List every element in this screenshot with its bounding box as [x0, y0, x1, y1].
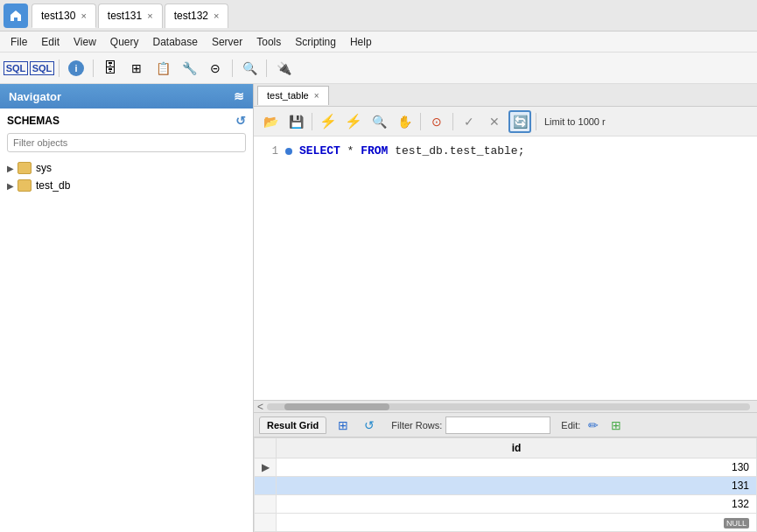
magnify-icon: 🔍 — [372, 115, 387, 129]
menu-tools[interactable]: Tools — [249, 34, 288, 50]
stop-btn[interactable]: ✋ — [393, 110, 416, 133]
content-area: test_table × 📂 💾 ⚡ ⚡ 🔍 ✋ — [254, 84, 757, 532]
data-grid: id ▶ 130 131 132 — [254, 438, 757, 532]
sql-from: FROM — [361, 142, 388, 161]
rollback-btn[interactable]: ✕ — [483, 110, 506, 133]
hand-icon: ✋ — [397, 115, 412, 129]
execute-btn[interactable]: ⚡ — [317, 110, 340, 133]
h-scrollbar-track[interactable] — [267, 403, 750, 410]
navigator-panel: Navigator ≋ SCHEMAS ↺ ▶ sys ▶ test_db — [0, 84, 254, 532]
folder-icon: 📂 — [263, 115, 278, 129]
navigator-title: Navigator — [9, 90, 61, 103]
col-id-header[interactable]: id — [277, 438, 757, 458]
h-scrollbar-area: < — [254, 400, 757, 412]
toolbar-sql1[interactable]: SQL — [4, 56, 28, 80]
result-tab-bar: Result Grid ⊞ ↺ Filter Rows: Edit: ✏ ⊞ — [254, 413, 757, 438]
toolbar-magnify[interactable]: 🔍 — [237, 56, 262, 80]
result-panel: Result Grid ⊞ ↺ Filter Rows: Edit: ✏ ⊞ — [254, 412, 757, 532]
tab-test130[interactable]: test130 × — [32, 4, 96, 28]
home-button[interactable] — [4, 4, 28, 28]
toolbar-db1[interactable]: 🗄 — [98, 56, 123, 80]
menu-edit[interactable]: Edit — [34, 34, 67, 50]
filter-box — [7, 133, 246, 152]
sql-table: test_db.test_table; — [388, 142, 524, 161]
explain-btn[interactable]: 🔍 — [368, 110, 390, 133]
tab-test131[interactable]: test131 × — [98, 4, 163, 28]
toolbar-info[interactable]: i — [64, 56, 88, 80]
query-tab-test-table[interactable]: test_table × — [257, 86, 329, 105]
filter-input[interactable] — [7, 133, 246, 152]
tab-close-test130[interactable]: × — [81, 10, 86, 21]
table-row[interactable]: ▶ 130 — [255, 458, 757, 477]
refresh-schemas-icon[interactable]: ↺ — [235, 114, 246, 128]
edit-grid-icon: ⊞ — [611, 418, 621, 432]
menu-server[interactable]: Server — [205, 34, 249, 50]
lightning-icon: ⚡ — [319, 113, 337, 130]
q-sep2 — [420, 113, 421, 130]
commit-btn[interactable]: ✓ — [458, 110, 480, 133]
tab-close-test132[interactable]: × — [214, 10, 219, 21]
menu-file[interactable]: File — [4, 34, 34, 50]
editor-area[interactable]: 1 SELECT * FROM test_db.test_table; — [254, 136, 757, 400]
q-sep4 — [536, 113, 536, 130]
lightning2-icon: ⚡ — [345, 113, 362, 130]
toolbar-db4[interactable]: 🔧 — [177, 56, 201, 80]
db-icon-sys — [18, 162, 32, 174]
schema-list: ▶ sys ▶ test_db — [0, 156, 253, 532]
q-sep3 — [452, 113, 453, 130]
sep1 — [59, 60, 60, 77]
cell-id-4-null[interactable]: NULL — [277, 514, 757, 532]
menu-help[interactable]: Help — [343, 34, 379, 50]
result-refresh-btn[interactable]: ↺ — [358, 414, 381, 437]
row-marker-2 — [255, 477, 277, 495]
table-row[interactable]: NULL — [255, 514, 757, 532]
toolbar-conn[interactable]: 🔌 — [271, 56, 296, 80]
schema-item-sys[interactable]: ▶ sys — [0, 159, 253, 177]
main-layout: Navigator ≋ SCHEMAS ↺ ▶ sys ▶ test_db — [0, 84, 757, 532]
toolbar-db2[interactable]: ⊞ — [124, 56, 149, 80]
tab-close-test131[interactable]: × — [147, 10, 152, 21]
open-file-btn[interactable]: 📂 — [259, 110, 282, 133]
result-grid-icon-btn[interactable]: ⊞ — [332, 414, 354, 437]
query-tab-label: test_table — [267, 90, 309, 101]
query-tab-bar: test_table × — [254, 84, 757, 107]
h-scrollbar-thumb[interactable] — [284, 403, 389, 410]
scroll-left-arrow[interactable]: < — [257, 401, 263, 413]
result-grid-tab[interactable]: Result Grid — [259, 416, 326, 434]
import-icon: ⊙ — [431, 115, 442, 129]
q-sep1 — [312, 113, 312, 130]
filter-rows-input[interactable] — [445, 416, 550, 434]
toolbar-db5[interactable]: ⊝ — [203, 56, 228, 80]
toolbar-db3[interactable]: 📋 — [151, 56, 175, 80]
execute-current-btn[interactable]: ⚡ — [342, 110, 365, 133]
sep4 — [266, 60, 267, 77]
navigator-header: Navigator ≋ — [0, 84, 253, 108]
menu-database[interactable]: Database — [146, 34, 205, 50]
schema-name-sys: sys — [36, 162, 52, 174]
cancel-icon: ✕ — [489, 115, 500, 129]
table-row[interactable]: 131 — [255, 477, 757, 495]
menu-query[interactable]: Query — [103, 34, 146, 50]
menu-view[interactable]: View — [67, 34, 103, 50]
sql-star: * — [340, 142, 361, 161]
schema-item-testdb[interactable]: ▶ test_db — [0, 177, 253, 194]
cell-id-1[interactable]: 130 — [277, 458, 757, 477]
cell-id-2[interactable]: 131 — [277, 477, 757, 495]
query-tab-close[interactable]: × — [314, 91, 319, 101]
import-btn[interactable]: ⊙ — [425, 110, 448, 133]
row-marker-4 — [255, 514, 277, 532]
null-badge: NULL — [724, 518, 749, 528]
save-btn[interactable]: 💾 — [284, 110, 307, 133]
cell-id-3[interactable]: 132 — [277, 495, 757, 514]
toolbar-sql2[interactable]: SQL — [30, 56, 54, 80]
line-dot-1 — [285, 148, 292, 155]
edit-grid-btn[interactable]: ⊞ — [606, 416, 626, 435]
tab-test132[interactable]: test132 × — [165, 4, 229, 28]
table-row[interactable]: 132 — [255, 495, 757, 514]
schemas-header: SCHEMAS ↺ — [0, 108, 253, 131]
edit-pencil-btn[interactable]: ✏ — [584, 416, 603, 435]
menu-scripting[interactable]: Scripting — [288, 34, 343, 50]
toggle-btn[interactable]: 🔄 — [508, 110, 531, 133]
arrow-testdb: ▶ — [7, 181, 14, 191]
arrow-sys: ▶ — [7, 164, 14, 173]
